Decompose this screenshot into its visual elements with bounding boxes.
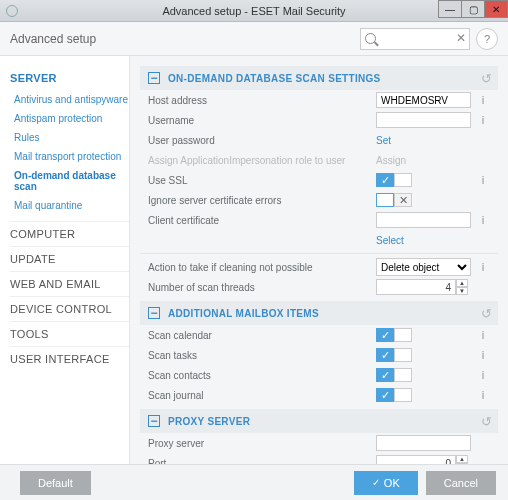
cleaning-action-label: Action to take if cleaning not possible (148, 262, 376, 273)
username-label: Username (148, 115, 376, 126)
header-bar: Advanced setup ✕ ? (0, 22, 508, 56)
clear-search-icon[interactable]: ✕ (456, 31, 466, 45)
default-button[interactable]: Default (20, 471, 91, 495)
section-title: ADDITIONAL MAILBOX ITEMS (168, 308, 319, 319)
proxy-server-input[interactable] (376, 435, 471, 451)
revert-icon[interactable]: ↺ (481, 306, 492, 321)
scan-calendar-toggle[interactable]: ✓ (376, 328, 412, 342)
scan-threads-value[interactable]: 4 (376, 279, 456, 295)
title-bar: Advanced setup - ESET Mail Security — ▢ … (0, 0, 508, 22)
sidebar-cat-server[interactable]: SERVER (10, 66, 129, 90)
proxy-port-value[interactable]: 0 (376, 455, 456, 464)
use-ssl-toggle[interactable]: ✓ (376, 173, 412, 187)
step-up-icon[interactable]: ▲ (456, 455, 468, 463)
sidebar-item-rules[interactable]: Rules (10, 128, 129, 147)
revert-icon[interactable]: ↺ (481, 414, 492, 429)
collapse-icon[interactable]: − (148, 415, 160, 427)
sidebar-item-ondemand-scan[interactable]: On-demand database scan (10, 166, 129, 196)
section-title: PROXY SERVER (168, 416, 250, 427)
select-cert-link[interactable]: Select (376, 235, 404, 246)
breadcrumb: Advanced setup (10, 32, 96, 46)
sidebar-item-antispam[interactable]: Antispam protection (10, 109, 129, 128)
sidebar-item-mail-quarantine[interactable]: Mail quarantine (10, 196, 129, 215)
scan-contacts-label: Scan contacts (148, 370, 376, 381)
info-icon[interactable]: i (476, 349, 490, 361)
info-icon[interactable]: i (476, 214, 490, 226)
info-icon[interactable]: i (476, 389, 490, 401)
app-logo (6, 5, 18, 17)
step-down-icon[interactable]: ▼ (456, 287, 468, 295)
close-button[interactable]: ✕ (484, 0, 508, 18)
check-icon: ✓ (372, 477, 380, 488)
maximize-button[interactable]: ▢ (461, 0, 485, 18)
ignore-cert-toggle[interactable]: ✕ (376, 193, 412, 207)
client-cert-label: Client certificate (148, 215, 376, 226)
proxy-server-label: Proxy server (148, 438, 376, 449)
cancel-button[interactable]: Cancel (426, 471, 496, 495)
impersonation-label: Assign ApplicationImpersonation role to … (148, 155, 376, 166)
sidebar-cat-web-email[interactable]: WEB AND EMAIL (10, 271, 129, 296)
sidebar-item-antivirus[interactable]: Antivirus and antispyware (10, 90, 129, 109)
scan-tasks-toggle[interactable]: ✓ (376, 348, 412, 362)
user-password-label: User password (148, 135, 376, 146)
cleaning-action-select[interactable]: Delete object (376, 258, 471, 276)
revert-icon[interactable]: ↺ (481, 71, 492, 86)
scan-journal-toggle[interactable]: ✓ (376, 388, 412, 402)
scan-contacts-toggle[interactable]: ✓ (376, 368, 412, 382)
sidebar-cat-user-interface[interactable]: USER INTERFACE (10, 346, 129, 371)
help-button[interactable]: ? (476, 28, 498, 50)
section-mailbox-items: − ADDITIONAL MAILBOX ITEMS ↺ (140, 301, 498, 325)
info-icon[interactable]: i (476, 94, 490, 106)
sidebar: SERVER Antivirus and antispyware Antispa… (0, 56, 130, 464)
proxy-port-label: Port (148, 458, 376, 465)
collapse-icon[interactable]: − (148, 72, 160, 84)
sidebar-item-mail-transport[interactable]: Mail transport protection (10, 147, 129, 166)
sidebar-cat-update[interactable]: UPDATE (10, 246, 129, 271)
info-icon[interactable]: i (476, 261, 490, 273)
collapse-icon[interactable]: − (148, 307, 160, 319)
section-title: ON-DEMAND DATABASE SCAN SETTINGS (168, 73, 381, 84)
host-address-input[interactable] (376, 92, 471, 108)
host-address-label: Host address (148, 95, 376, 106)
info-icon[interactable]: i (476, 114, 490, 126)
sidebar-cat-tools[interactable]: TOOLS (10, 321, 129, 346)
search-box: ✕ (360, 28, 470, 50)
minimize-button[interactable]: — (438, 0, 462, 18)
sidebar-cat-device-control[interactable]: DEVICE CONTROL (10, 296, 129, 321)
search-input[interactable] (360, 28, 470, 50)
proxy-port-stepper[interactable]: 0▲▼ (376, 455, 468, 464)
username-input[interactable] (376, 112, 471, 128)
scan-journal-label: Scan journal (148, 390, 376, 401)
use-ssl-label: Use SSL (148, 175, 376, 186)
step-up-icon[interactable]: ▲ (456, 279, 468, 287)
sidebar-cat-computer[interactable]: COMPUTER (10, 221, 129, 246)
step-down-icon[interactable]: ▼ (456, 463, 468, 464)
info-icon[interactable]: i (476, 369, 490, 381)
scan-calendar-label: Scan calendar (148, 330, 376, 341)
set-password-link[interactable]: Set (376, 135, 391, 146)
info-icon[interactable]: i (476, 174, 490, 186)
section-ondemand-scan: − ON-DEMAND DATABASE SCAN SETTINGS ↺ (140, 66, 498, 90)
footer-bar: Default ✓OK Cancel (0, 464, 508, 500)
window-title: Advanced setup - ESET Mail Security (162, 5, 345, 17)
ignore-cert-label: Ignore server certificate errors (148, 195, 376, 206)
assign-link: Assign (376, 155, 406, 166)
info-icon[interactable]: i (476, 329, 490, 341)
scan-threads-label: Number of scan threads (148, 282, 376, 293)
scan-threads-stepper[interactable]: 4 ▲▼ (376, 279, 468, 295)
search-icon (365, 33, 376, 44)
scan-tasks-label: Scan tasks (148, 350, 376, 361)
section-proxy-server: − PROXY SERVER ↺ (140, 409, 498, 433)
main-panel: − ON-DEMAND DATABASE SCAN SETTINGS ↺ Hos… (130, 56, 508, 464)
client-cert-input[interactable] (376, 212, 471, 228)
ok-button[interactable]: ✓OK (354, 471, 418, 495)
